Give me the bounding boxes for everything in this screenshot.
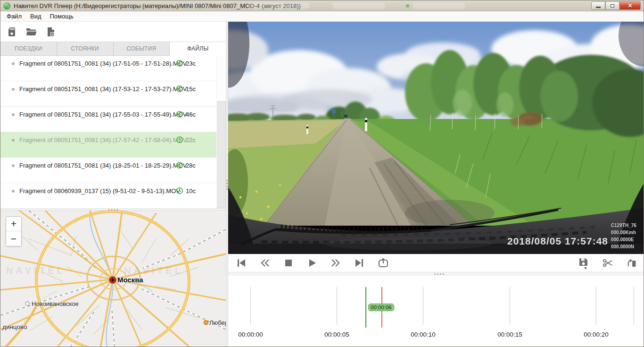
- splitter-grip-icon: [434, 273, 444, 275]
- file-name: Fragment of 08051751_0081 (34) (18-25-01…: [19, 162, 187, 169]
- clock-icon: [176, 59, 183, 67]
- file-name: Fragment of 08051751_0081 (34) (17-55-03…: [19, 111, 187, 118]
- timeline-tick-label: 00:00:20: [584, 331, 609, 338]
- menu-item[interactable]: Вид: [26, 12, 46, 21]
- list-scrollbar[interactable]: [216, 56, 226, 208]
- map-watermark: NAVITEL: [6, 265, 66, 276]
- file-list-item[interactable]: Fragment of 08051751_0081 (34) (17-57-42…: [0, 132, 226, 158]
- sd-card-icon[interactable]: [7, 27, 17, 37]
- bullet-icon: [12, 190, 15, 193]
- file-duration: 15с: [186, 85, 196, 93]
- timeline-tick-label: 00:00:10: [411, 331, 436, 338]
- app-logo-icon: [3, 2, 10, 9]
- zoom-out-button[interactable]: −: [6, 231, 21, 246]
- rewind-button[interactable]: [260, 258, 270, 268]
- video-telemetry: C129TH_76 000.00Kmh 000.0000E 000.0000N: [611, 222, 636, 250]
- timeline-tick: 00:00:10: [423, 287, 423, 325]
- file-duration: 46с: [186, 111, 196, 118]
- selection-start-marker[interactable]: [365, 287, 366, 328]
- camera-id: C129TH_76: [611, 222, 636, 229]
- map-zoom-control: + −: [6, 216, 22, 246]
- timeline-cursor-badge: 00:00:06: [368, 304, 394, 311]
- timeline-tick-label: 00:00:00: [238, 331, 263, 338]
- timeline-track[interactable]: 00:00:06 00:00:00 00:00:05 00:00:10 00:0…: [228, 275, 644, 347]
- clock-icon: [176, 136, 183, 144]
- bullet-icon: [12, 113, 15, 116]
- background-ghost: [248, 2, 309, 9]
- city-marker-icon: [109, 277, 116, 283]
- skip-end-button[interactable]: [354, 258, 364, 268]
- restore-button[interactable]: [605, 1, 619, 10]
- close-button[interactable]: ✕: [619, 1, 641, 10]
- tab-label: СТОЯНКИ: [71, 45, 99, 52]
- file-list: Fragment of 08051751_0081 (34) (17-51-05…: [0, 56, 226, 208]
- file-duration: 23с: [186, 60, 196, 67]
- stop-button[interactable]: [283, 258, 294, 268]
- tool-buttons: [578, 257, 644, 270]
- scrollbar-thumb[interactable]: [217, 101, 226, 208]
- tab-label: ПОЕЗДКИ: [15, 45, 42, 52]
- background-ghost: [333, 2, 385, 9]
- file-list-item[interactable]: Fragment of 08051751_0081 (34) (17-53-12…: [0, 81, 226, 107]
- file-list-item[interactable]: Fragment of 08051751_0081 (34) (17-55-03…: [0, 107, 226, 132]
- app-window: Навител DVR Плеер (H:/Видеорегистраторы …: [0, 0, 644, 347]
- timeline-tick-label: 00:00:05: [324, 331, 349, 338]
- window-controls: ✕: [591, 1, 641, 10]
- menu-item[interactable]: Помощь: [46, 12, 78, 21]
- timeline-splitter[interactable]: [228, 272, 644, 275]
- transport-buttons: [228, 257, 390, 269]
- bullet-icon: [12, 139, 15, 142]
- map-panel[interactable]: NAVITEL NAVITEL Москва Новоивановское ди…: [0, 211, 226, 347]
- tab[interactable]: СОБЫТИЯ: [114, 42, 170, 55]
- minimize-button[interactable]: [591, 1, 605, 10]
- left-panel: ПОЕЗДКИСТОЯНКИСОБЫТИЯФАЙЛЫ Fragment of 0…: [0, 22, 226, 347]
- tab-label: СОБЫТИЯ: [126, 45, 156, 52]
- file-list-item[interactable]: Fragment of 08051751_0081 (34) (17-51-05…: [0, 56, 226, 81]
- background-ghost: [413, 2, 465, 9]
- timeline-tick: [634, 287, 634, 325]
- open-folder-icon[interactable]: [26, 27, 37, 36]
- title-bar[interactable]: Навител DVR Плеер (H:/Видеорегистраторы …: [0, 0, 644, 11]
- timeline-tick: 00:00:15: [510, 287, 510, 325]
- file-duration: 22с: [186, 136, 196, 144]
- fast-forward-button[interactable]: [330, 258, 341, 268]
- file-list-item[interactable]: Fragment of 08060939_0137 (15) (9-51-02 …: [0, 183, 226, 208]
- right-panel: 2018/08/05 17:57:48 C129TH_76 000.00Kmh …: [228, 22, 644, 347]
- play-button[interactable]: [307, 258, 317, 268]
- file-duration: 28с: [186, 162, 196, 169]
- longitude-readout: 000.0000E: [611, 236, 636, 243]
- splitter-grip-icon: [226, 180, 228, 190]
- file-name: Fragment of 08060939_0137 (15) (9-51-02 …: [19, 187, 180, 195]
- bullet-icon: [12, 62, 15, 65]
- save-button[interactable]: [578, 257, 589, 270]
- skip-start-button[interactable]: [236, 258, 247, 268]
- latitude-readout: 000.0000N: [611, 243, 636, 250]
- tab[interactable]: СТОЯНКИ: [57, 42, 114, 55]
- bullet-icon: [12, 164, 15, 167]
- bullet-icon: [12, 88, 15, 91]
- file-name: Fragment of 08051751_0081 (34) (17-51-05…: [19, 60, 187, 67]
- clock-icon: [176, 85, 183, 93]
- timeline-tick: 00:00:05: [337, 287, 337, 325]
- clock-icon: [176, 110, 183, 118]
- speed-readout: 000.00Kmh: [611, 229, 636, 236]
- loop-button[interactable]: [378, 257, 390, 269]
- town-dot-orange: [204, 321, 208, 325]
- video-timestamp: 2018/08/05 17:57:48: [507, 236, 608, 247]
- rotate-button[interactable]: [627, 258, 637, 268]
- menu-bar: ФайлВидПомощь: [0, 11, 644, 22]
- tab[interactable]: ПОЕЗДКИ: [0, 42, 57, 55]
- zoom-in-button[interactable]: +: [6, 217, 21, 231]
- town-dot: [25, 302, 29, 305]
- file-list-item[interactable]: Fragment of 08051751_0081 (34) (18-25-01…: [0, 158, 226, 183]
- map-city-label: Москва: [117, 276, 143, 284]
- tab-label: ФАЙЛЫ: [187, 45, 209, 52]
- export-file-icon[interactable]: [47, 27, 55, 37]
- tab[interactable]: ФАЙЛЫ: [170, 42, 226, 56]
- map-canvas: [0, 211, 226, 347]
- map-town-label: Новоивановское: [32, 300, 79, 307]
- background-ghost: [406, 4, 409, 8]
- cut-button[interactable]: [603, 258, 613, 268]
- video-canvas: [228, 22, 644, 254]
- menu-item[interactable]: Файл: [2, 12, 26, 21]
